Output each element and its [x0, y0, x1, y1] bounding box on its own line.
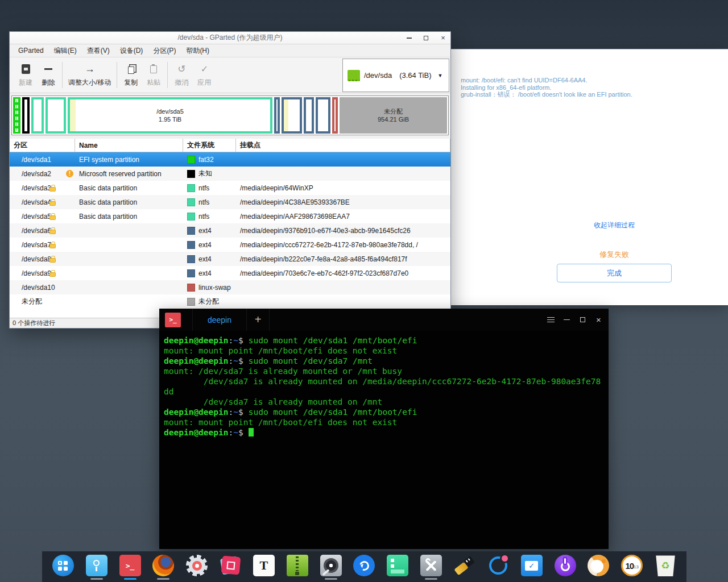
- column-header-mountpoint[interactable]: 挂载点: [236, 139, 450, 152]
- gparted-titlebar[interactable]: /dev/sda - GParted (作为超级用户) ×: [10, 32, 450, 44]
- ext4-swatch: [187, 269, 195, 277]
- table-row-sda6[interactable]: /dev/sda6 ext4 /media/deepin/9376b910-e6…: [10, 223, 450, 238]
- visual-segment-sda1[interactable]: [13, 97, 20, 134]
- table-row-sda1[interactable]: /dev/sda1 EFI system partition fat32: [10, 152, 450, 167]
- collapse-details-link[interactable]: 收起详细过程: [451, 221, 728, 230]
- dock-app-store[interactable]: [84, 553, 109, 580]
- column-header-filesystem[interactable]: 文件系统: [183, 139, 236, 152]
- column-header-partition[interactable]: 分区: [10, 139, 75, 152]
- table-row-sda4[interactable]: /dev/sda4 Basic data partition ntfs /med…: [10, 195, 450, 209]
- dock-screenshot[interactable]: [218, 553, 243, 580]
- table-row-sda9[interactable]: /dev/sda9 ext4 /media/deepin/703e6c7e-eb…: [10, 266, 450, 280]
- ext4-swatch: [187, 241, 195, 249]
- trash-icon: ♻: [655, 555, 676, 576]
- menu-partition[interactable]: 分区(P): [148, 44, 181, 57]
- visual-segment-sda6[interactable]: [274, 97, 280, 134]
- toolbar-separator: [117, 62, 117, 88]
- log-line: grub-install：错误： /boot/efi doesn't look …: [461, 91, 632, 98]
- terminal-icon: >_: [119, 555, 141, 576]
- visual-segment-sda9[interactable]: [316, 97, 330, 134]
- terminal-menu-button[interactable]: [547, 315, 555, 324]
- toolbar-separator: [167, 62, 168, 88]
- table-row-sda5[interactable]: /dev/sda5 Basic data partition ntfs /med…: [10, 209, 450, 223]
- chevron-down-icon: ▼: [438, 73, 443, 78]
- visual-segment-sda10[interactable]: [332, 97, 338, 134]
- new-partition-button[interactable]: 新建: [14, 57, 37, 93]
- apply-check-icon: ✓: [201, 63, 208, 76]
- copy-button[interactable]: 复制: [119, 57, 142, 93]
- dock-recovery[interactable]: [351, 553, 377, 580]
- done-button[interactable]: 完成: [557, 264, 672, 282]
- dock-clock[interactable]: 1013: [619, 553, 644, 580]
- dock-volume-knob[interactable]: [586, 553, 611, 580]
- visual-segment-sda3[interactable]: [31, 97, 44, 134]
- dock-firefox[interactable]: [151, 553, 176, 580]
- system-monitor-icon: [387, 555, 408, 576]
- visual-segment-sda2[interactable]: [22, 97, 30, 134]
- device-selector[interactable]: /dev/sda (3.64 TiB) ▼: [342, 59, 449, 92]
- dock-clone[interactable]: [486, 553, 511, 580]
- delete-partition-button[interactable]: 删除: [37, 57, 60, 93]
- usb-drive-icon: [454, 555, 475, 576]
- dock-disk-utility[interactable]: [318, 553, 344, 580]
- terminal-close-button[interactable]: ×: [594, 315, 603, 324]
- dock-package-check[interactable]: ✓: [519, 553, 544, 580]
- menu-edit[interactable]: 编辑(E): [49, 44, 82, 57]
- column-header-name[interactable]: Name: [75, 139, 183, 152]
- terminal-output[interactable]: deepin@deepin:~$sudo mount /dev/sda1 /mn…: [159, 331, 609, 438]
- visual-segment-sda4[interactable]: [46, 97, 66, 134]
- visual-segment-sda8[interactable]: [304, 97, 314, 134]
- minimize-button[interactable]: [405, 34, 413, 42]
- table-row-sda10[interactable]: /dev/sda10 linux-swap: [10, 280, 450, 294]
- dock-toolbox[interactable]: [419, 553, 444, 580]
- lock-icon: [49, 244, 56, 248]
- table-row-sda7[interactable]: /dev/sda7 ext4 /media/deepin/ccc67272-6e…: [10, 238, 450, 252]
- dock-control-center[interactable]: [184, 553, 209, 580]
- used-space-strip: [284, 99, 288, 131]
- dock-archive-manager[interactable]: [285, 553, 310, 580]
- dock-shutdown[interactable]: [553, 553, 578, 580]
- terminal-titlebar[interactable]: >_ deepin + ×: [159, 309, 609, 331]
- visual-segment-unallocated[interactable]: 未分配 954.21 GiB: [340, 97, 447, 134]
- resize-move-button[interactable]: → 调整大小/移动: [65, 57, 114, 93]
- visual-segment-sda5[interactable]: /dev/sda5 1.95 TiB: [68, 97, 272, 134]
- used-space-strip: [70, 99, 76, 131]
- dock-usb-creator[interactable]: [452, 553, 477, 580]
- menu-help[interactable]: 帮助(H): [181, 44, 214, 57]
- terminal-cursor: [249, 428, 254, 436]
- menu-view[interactable]: 查看(V): [82, 44, 115, 57]
- terminal-line: dd: [164, 386, 604, 397]
- table-row-sda3[interactable]: /dev/sda3 Basic data partition ntfs /med…: [10, 181, 450, 195]
- resize-arrow-icon: →: [85, 63, 95, 76]
- terminal-minimize-button[interactable]: [562, 315, 571, 324]
- firefox-icon: [152, 555, 174, 576]
- visual-segment-sda7[interactable]: [282, 97, 302, 134]
- undo-button[interactable]: ↺ 撤消: [170, 57, 193, 93]
- copy-icon: [128, 63, 134, 76]
- table-row-unallocated[interactable]: 未分配 未分配: [10, 294, 450, 309]
- table-row-sda2[interactable]: /dev/sda2! Microsoft reserved partition …: [10, 167, 450, 181]
- partition-visual-zone: /dev/sda5 1.95 TiB 未分配 954.21 GiB: [10, 93, 450, 139]
- dock-launcher[interactable]: [51, 553, 76, 580]
- menu-device[interactable]: 设备(D): [115, 44, 148, 57]
- minimize-icon: [564, 319, 570, 321]
- terminal-maximize-button[interactable]: [578, 315, 587, 324]
- dock: >_ T ✓ 1013: [42, 551, 686, 582]
- close-button[interactable]: ×: [439, 34, 447, 42]
- dock-system-monitor[interactable]: [385, 553, 410, 580]
- dock-terminal[interactable]: >_: [118, 553, 143, 580]
- delete-icon: [44, 63, 52, 76]
- dock-text-editor[interactable]: T: [251, 553, 276, 580]
- paste-button[interactable]: 粘贴: [142, 57, 165, 93]
- new-tab-button[interactable]: +: [247, 309, 270, 331]
- menu-gparted[interactable]: GParted: [13, 44, 49, 57]
- dock-trash[interactable]: ♻: [653, 553, 678, 580]
- lock-icon: [49, 201, 56, 206]
- archive-icon: [287, 555, 308, 576]
- apply-button[interactable]: ✓ 应用: [193, 57, 216, 93]
- gparted-window-title: /dev/sda - GParted (作为超级用户): [10, 33, 450, 43]
- unallocated-swatch: [187, 298, 195, 306]
- terminal-tab[interactable]: deepin: [192, 309, 247, 331]
- table-row-sda8[interactable]: /dev/sda8 ext4 /media/deepin/b222c0e7-fe…: [10, 252, 450, 266]
- maximize-button[interactable]: [422, 34, 430, 42]
